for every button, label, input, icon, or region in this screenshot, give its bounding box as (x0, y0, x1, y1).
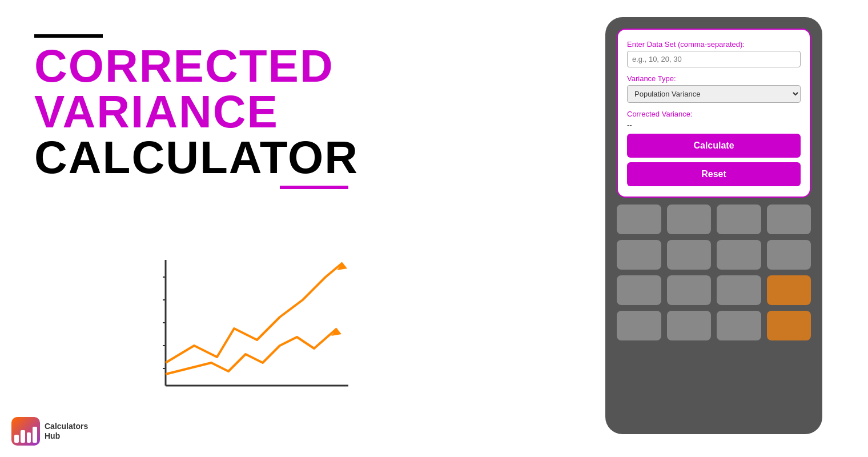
key-12[interactable] (617, 311, 661, 340)
title-section: CORRECTED VARIANCE CALCULATOR (34, 34, 434, 181)
trend-chart (131, 246, 360, 406)
title-line3-row: CALCULATOR (34, 135, 434, 181)
keypad-row-1 (617, 205, 811, 234)
logo-name-line2: Hub (45, 431, 88, 441)
logo-icon (11, 417, 40, 446)
logo-bar-3 (27, 432, 31, 443)
data-set-label: Enter Data Set (comma-separated): (627, 40, 801, 49)
key-14[interactable] (717, 311, 761, 340)
key-13[interactable] (667, 311, 712, 340)
logo: Calculators Hub (11, 417, 88, 446)
chart-area (131, 246, 360, 406)
key-2[interactable] (667, 205, 712, 234)
logo-name-line1: Calculators (45, 422, 88, 431)
logo-text: Calculators Hub (45, 422, 88, 441)
key-7[interactable] (717, 240, 761, 270)
variance-type-select[interactable]: Population Variance Sample Variance (627, 85, 801, 103)
title-line2: VARIANCE (34, 89, 434, 135)
title-line3: CALCULATOR (34, 135, 359, 181)
key-5[interactable] (617, 240, 661, 270)
keypad-row-2 (617, 240, 811, 270)
key-4[interactable] (767, 205, 811, 234)
keypad (617, 205, 811, 423)
key-3[interactable] (717, 205, 761, 234)
variance-type-label: Variance Type: (627, 74, 801, 83)
logo-bar-4 (33, 427, 37, 443)
logo-bar-1 (14, 435, 19, 443)
data-set-input[interactable] (627, 51, 801, 67)
title-line1: CORRECTED (34, 43, 434, 89)
reset-button[interactable]: Reset (627, 162, 801, 186)
logo-bar-2 (21, 430, 25, 443)
bottom-decorative-line (280, 186, 348, 189)
corrected-variance-label: Corrected Variance: (627, 110, 801, 118)
keypad-row-3 (617, 275, 811, 305)
calculator-screen: Enter Data Set (comma-separated): Varian… (617, 29, 811, 198)
calculator-body: Enter Data Set (comma-separated): Varian… (605, 17, 822, 434)
key-6[interactable] (667, 240, 712, 270)
key-1[interactable] (617, 205, 661, 234)
calculate-button[interactable]: Calculate (627, 134, 801, 158)
key-11[interactable] (717, 275, 761, 305)
key-8[interactable] (767, 240, 811, 270)
key-orange-2[interactable] (767, 311, 811, 340)
key-9[interactable] (617, 275, 661, 305)
corrected-variance-value: -- (627, 121, 801, 129)
key-10[interactable] (667, 275, 712, 305)
key-orange-1[interactable] (767, 275, 811, 305)
top-decorative-line (34, 34, 103, 38)
keypad-row-4 (617, 311, 811, 340)
